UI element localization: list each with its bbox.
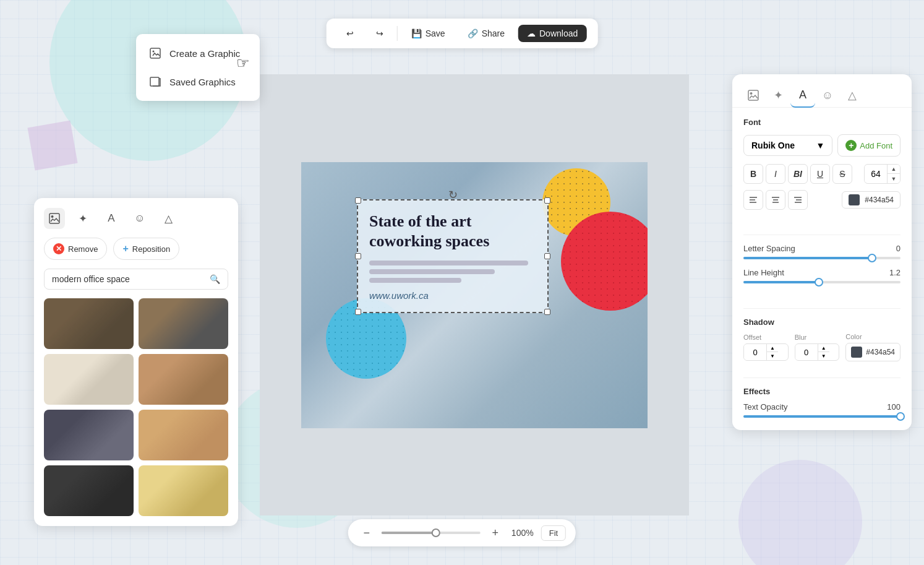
image-thumb-2[interactable] (139, 298, 228, 349)
image-thumb-7[interactable] (44, 465, 134, 516)
handle-bottom-left[interactable] (355, 309, 361, 315)
image-thumb-5[interactable] (44, 410, 134, 460)
shadow-color-hex: #434a54 (866, 348, 895, 356)
save-button[interactable]: 💾 Save (403, 25, 454, 42)
text-color-swatch[interactable]: #434a54 (842, 191, 900, 209)
rotate-handle[interactable]: ↻ (448, 188, 458, 202)
italic-button[interactable]: I (766, 164, 785, 184)
image-thumb-1[interactable] (44, 298, 134, 349)
shadow-color-box (851, 347, 862, 358)
text-line-3 (369, 278, 461, 283)
handle-top-left[interactable] (355, 197, 361, 204)
shadow-blur-input[interactable] (795, 345, 818, 360)
right-tab-image[interactable] (741, 83, 766, 108)
format-row: B I BI U S ▲ ▼ (743, 164, 900, 184)
letter-spacing-label: Letter Spacing (743, 244, 795, 253)
image-thumb-4[interactable] (139, 354, 228, 405)
letter-spacing-thumb (868, 254, 876, 262)
bg-sticky-note (27, 120, 77, 170)
create-graphic-label: Create a Graphic (169, 48, 240, 59)
font-section-label: Font (743, 118, 900, 127)
graphic-canvas[interactable]: ↻ State of the art coworking spaces www.… (301, 162, 648, 428)
share-button[interactable]: 🔗 Share (459, 25, 513, 42)
download-button[interactable]: ☁ Download (518, 25, 586, 42)
reposition-label: Reposition (132, 244, 170, 254)
undo-icon: ↩ (346, 28, 354, 38)
text-color-label: #434a54 (865, 196, 894, 204)
handle-right[interactable] (544, 253, 550, 259)
shadow-offset-down[interactable]: ▼ (767, 352, 778, 360)
image-thumb-6[interactable] (139, 410, 228, 460)
handle-bottom-right[interactable] (544, 309, 550, 315)
right-tab-shape[interactable]: △ (840, 83, 865, 108)
remove-button[interactable]: ✕ Remove (44, 238, 107, 260)
canvas-text-lines (369, 261, 536, 283)
add-font-button[interactable]: + Add Font (837, 134, 900, 157)
panel-tab-text[interactable]: A (101, 208, 122, 229)
right-tab-emoji[interactable]: ☺ (815, 83, 840, 108)
shadow-offset-input[interactable] (744, 345, 766, 360)
divider-3 (743, 377, 900, 378)
panel-tab-image[interactable] (44, 208, 65, 229)
zoom-fit-button[interactable]: Fit (541, 525, 566, 541)
zoom-slider-fill (382, 532, 436, 534)
zoom-percent: 100% (510, 528, 535, 538)
letter-spacing-track[interactable] (743, 257, 900, 259)
shadow-blur-down[interactable]: ▼ (818, 352, 829, 360)
zoom-out-button[interactable]: − (358, 524, 375, 541)
font-size-up[interactable]: ▲ (888, 165, 900, 174)
underline-button[interactable]: U (810, 164, 830, 184)
letter-spacing-header: Letter Spacing 0 (743, 244, 900, 253)
strikethrough-label: S (839, 169, 845, 179)
strikethrough-button[interactable]: S (832, 164, 852, 184)
image-thumb-3[interactable] (44, 354, 134, 405)
font-size-down[interactable]: ▼ (888, 174, 900, 183)
right-tab-text[interactable]: A (790, 83, 815, 108)
handle-left[interactable] (355, 253, 361, 259)
text-box[interactable]: ↻ State of the art coworking spaces www.… (357, 199, 549, 313)
align-right-button[interactable] (788, 190, 808, 210)
panel-tab-shape[interactable]: △ (158, 208, 179, 229)
search-input[interactable] (52, 274, 205, 284)
shadow-offset-up[interactable]: ▲ (767, 344, 778, 352)
right-panel: ✦ A ☺ △ Font Rubik One ▼ + Add Font B I (732, 74, 912, 430)
right-tab-pin[interactable]: ✦ (766, 83, 790, 108)
image-thumb-8[interactable] (139, 465, 228, 516)
canvas-text-url: www.uwork.ca (369, 290, 536, 301)
opacity-value: 100 (887, 402, 900, 412)
zoom-in-button[interactable]: + (487, 524, 504, 541)
align-center-button[interactable] (766, 190, 785, 210)
main-canvas: ↻ State of the art coworking spaces www.… (260, 74, 689, 515)
zoom-slider[interactable] (382, 532, 481, 534)
panel-tab-emoji[interactable]: ☺ (129, 208, 150, 229)
font-size-arrows: ▲ ▼ (887, 165, 900, 183)
toolbar-divider (397, 26, 398, 41)
bold-italic-button[interactable]: BI (788, 164, 808, 184)
font-dropdown[interactable]: Rubik One ▼ (743, 135, 832, 156)
shadow-blur-label: Blur (795, 334, 840, 341)
shadow-header: Shadow (743, 317, 900, 327)
panel-tab-magic[interactable]: ✦ (72, 208, 93, 229)
effects-section: Effects Text Opacity 100 (732, 387, 912, 418)
share-label: Share (482, 28, 505, 38)
zoom-fit-label: Fit (549, 528, 558, 538)
redo-button[interactable]: ↪ (367, 25, 392, 42)
shadow-blur-up[interactable]: ▲ (818, 344, 829, 352)
right-panel-tabs: ✦ A ☺ △ (732, 74, 912, 108)
line-height-value: 1.2 (889, 268, 900, 277)
shadow-color-swatch[interactable]: #434a54 (845, 343, 900, 361)
zoom-bar: − + 100% Fit (348, 519, 576, 546)
panel-tabs: ✦ A ☺ △ (44, 208, 228, 229)
bold-button[interactable]: B (743, 164, 763, 184)
align-left-button[interactable] (743, 190, 763, 210)
divider-2 (743, 308, 900, 309)
reposition-button[interactable]: + Reposition (113, 238, 179, 260)
letter-spacing-fill (743, 257, 872, 259)
font-size-input[interactable] (865, 166, 887, 182)
line-height-track[interactable] (743, 281, 900, 283)
undo-button[interactable]: ↩ (338, 25, 362, 42)
canvas-text-main: State of the art coworking spaces (369, 212, 536, 252)
shadow-blur-input-wrap: ▲ ▼ (795, 343, 840, 361)
opacity-track[interactable] (743, 415, 900, 418)
handle-top-right[interactable] (544, 197, 550, 204)
